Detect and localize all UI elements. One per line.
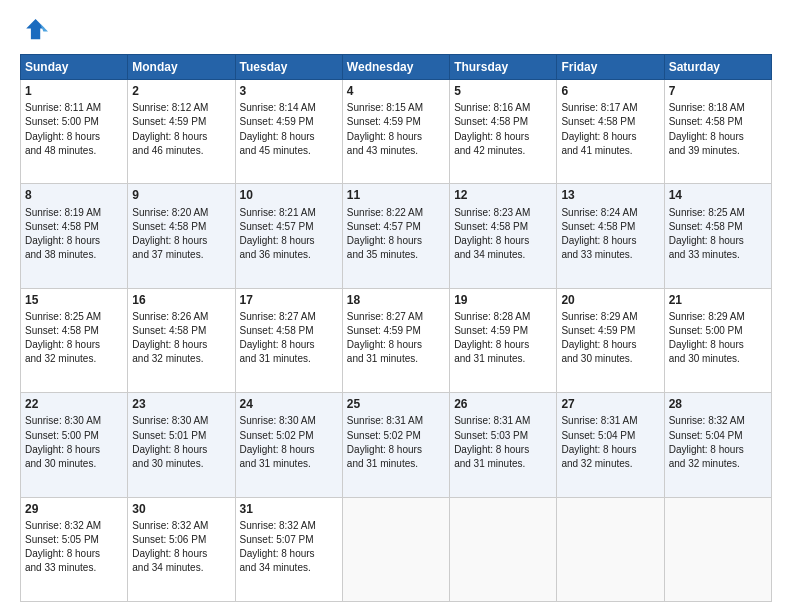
day-number: 20 xyxy=(561,292,659,308)
calendar-cell: 15Sunrise: 8:25 AMSunset: 4:58 PMDayligh… xyxy=(21,288,128,392)
logo xyxy=(20,16,52,44)
cell-info: Sunrise: 8:22 AMSunset: 4:57 PMDaylight:… xyxy=(347,207,423,261)
cell-info: Sunrise: 8:30 AMSunset: 5:01 PMDaylight:… xyxy=(132,415,208,469)
day-number: 5 xyxy=(454,83,552,99)
calendar-cell: 18Sunrise: 8:27 AMSunset: 4:59 PMDayligh… xyxy=(342,288,449,392)
calendar-cell: 31Sunrise: 8:32 AMSunset: 5:07 PMDayligh… xyxy=(235,497,342,601)
calendar-cell: 1Sunrise: 8:11 AMSunset: 5:00 PMDaylight… xyxy=(21,80,128,184)
day-number: 8 xyxy=(25,187,123,203)
day-number: 6 xyxy=(561,83,659,99)
cell-info: Sunrise: 8:32 AMSunset: 5:06 PMDaylight:… xyxy=(132,520,208,574)
cell-info: Sunrise: 8:16 AMSunset: 4:58 PMDaylight:… xyxy=(454,102,530,156)
calendar-header-row: SundayMondayTuesdayWednesdayThursdayFrid… xyxy=(21,55,772,80)
calendar-cell: 8Sunrise: 8:19 AMSunset: 4:58 PMDaylight… xyxy=(21,184,128,288)
calendar-week-row: 1Sunrise: 8:11 AMSunset: 5:00 PMDaylight… xyxy=(21,80,772,184)
cell-info: Sunrise: 8:15 AMSunset: 4:59 PMDaylight:… xyxy=(347,102,423,156)
calendar-cell: 2Sunrise: 8:12 AMSunset: 4:59 PMDaylight… xyxy=(128,80,235,184)
cell-info: Sunrise: 8:32 AMSunset: 5:07 PMDaylight:… xyxy=(240,520,316,574)
calendar-cell xyxy=(557,497,664,601)
day-number: 24 xyxy=(240,396,338,412)
calendar-week-row: 15Sunrise: 8:25 AMSunset: 4:58 PMDayligh… xyxy=(21,288,772,392)
cell-info: Sunrise: 8:25 AMSunset: 4:58 PMDaylight:… xyxy=(25,311,101,365)
day-number: 1 xyxy=(25,83,123,99)
calendar-cell: 30Sunrise: 8:32 AMSunset: 5:06 PMDayligh… xyxy=(128,497,235,601)
cell-info: Sunrise: 8:31 AMSunset: 5:04 PMDaylight:… xyxy=(561,415,637,469)
cell-info: Sunrise: 8:20 AMSunset: 4:58 PMDaylight:… xyxy=(132,207,208,261)
calendar-cell: 25Sunrise: 8:31 AMSunset: 5:02 PMDayligh… xyxy=(342,393,449,497)
calendar-cell: 26Sunrise: 8:31 AMSunset: 5:03 PMDayligh… xyxy=(450,393,557,497)
calendar-week-row: 8Sunrise: 8:19 AMSunset: 4:58 PMDaylight… xyxy=(21,184,772,288)
day-number: 30 xyxy=(132,501,230,517)
calendar-cell: 3Sunrise: 8:14 AMSunset: 4:59 PMDaylight… xyxy=(235,80,342,184)
day-number: 13 xyxy=(561,187,659,203)
cell-info: Sunrise: 8:23 AMSunset: 4:58 PMDaylight:… xyxy=(454,207,530,261)
day-number: 10 xyxy=(240,187,338,203)
day-number: 16 xyxy=(132,292,230,308)
calendar-cell: 23Sunrise: 8:30 AMSunset: 5:01 PMDayligh… xyxy=(128,393,235,497)
cell-info: Sunrise: 8:29 AMSunset: 4:59 PMDaylight:… xyxy=(561,311,637,365)
day-number: 11 xyxy=(347,187,445,203)
calendar-cell: 21Sunrise: 8:29 AMSunset: 5:00 PMDayligh… xyxy=(664,288,771,392)
calendar-table: SundayMondayTuesdayWednesdayThursdayFrid… xyxy=(20,54,772,602)
cell-info: Sunrise: 8:21 AMSunset: 4:57 PMDaylight:… xyxy=(240,207,316,261)
cell-info: Sunrise: 8:19 AMSunset: 4:58 PMDaylight:… xyxy=(25,207,101,261)
day-number: 26 xyxy=(454,396,552,412)
header xyxy=(20,16,772,44)
calendar-cell: 6Sunrise: 8:17 AMSunset: 4:58 PMDaylight… xyxy=(557,80,664,184)
cell-info: Sunrise: 8:29 AMSunset: 5:00 PMDaylight:… xyxy=(669,311,745,365)
calendar-cell xyxy=(342,497,449,601)
day-number: 22 xyxy=(25,396,123,412)
calendar-cell: 19Sunrise: 8:28 AMSunset: 4:59 PMDayligh… xyxy=(450,288,557,392)
calendar-cell: 9Sunrise: 8:20 AMSunset: 4:58 PMDaylight… xyxy=(128,184,235,288)
cell-info: Sunrise: 8:12 AMSunset: 4:59 PMDaylight:… xyxy=(132,102,208,156)
day-number: 29 xyxy=(25,501,123,517)
calendar-day-header: Wednesday xyxy=(342,55,449,80)
calendar-cell: 10Sunrise: 8:21 AMSunset: 4:57 PMDayligh… xyxy=(235,184,342,288)
cell-info: Sunrise: 8:31 AMSunset: 5:02 PMDaylight:… xyxy=(347,415,423,469)
day-number: 19 xyxy=(454,292,552,308)
calendar-day-header: Friday xyxy=(557,55,664,80)
cell-info: Sunrise: 8:11 AMSunset: 5:00 PMDaylight:… xyxy=(25,102,101,156)
cell-info: Sunrise: 8:25 AMSunset: 4:58 PMDaylight:… xyxy=(669,207,745,261)
calendar-cell: 7Sunrise: 8:18 AMSunset: 4:58 PMDaylight… xyxy=(664,80,771,184)
calendar-day-header: Tuesday xyxy=(235,55,342,80)
cell-info: Sunrise: 8:14 AMSunset: 4:59 PMDaylight:… xyxy=(240,102,316,156)
day-number: 23 xyxy=(132,396,230,412)
svg-marker-0 xyxy=(26,19,45,39)
day-number: 3 xyxy=(240,83,338,99)
page: SundayMondayTuesdayWednesdayThursdayFrid… xyxy=(0,0,792,612)
calendar-day-header: Sunday xyxy=(21,55,128,80)
cell-info: Sunrise: 8:32 AMSunset: 5:05 PMDaylight:… xyxy=(25,520,101,574)
calendar-cell: 17Sunrise: 8:27 AMSunset: 4:58 PMDayligh… xyxy=(235,288,342,392)
day-number: 27 xyxy=(561,396,659,412)
day-number: 25 xyxy=(347,396,445,412)
cell-info: Sunrise: 8:30 AMSunset: 5:02 PMDaylight:… xyxy=(240,415,316,469)
day-number: 18 xyxy=(347,292,445,308)
calendar-cell: 22Sunrise: 8:30 AMSunset: 5:00 PMDayligh… xyxy=(21,393,128,497)
logo-icon xyxy=(20,16,48,44)
calendar-cell: 5Sunrise: 8:16 AMSunset: 4:58 PMDaylight… xyxy=(450,80,557,184)
calendar-day-header: Saturday xyxy=(664,55,771,80)
cell-info: Sunrise: 8:30 AMSunset: 5:00 PMDaylight:… xyxy=(25,415,101,469)
day-number: 17 xyxy=(240,292,338,308)
calendar-cell: 24Sunrise: 8:30 AMSunset: 5:02 PMDayligh… xyxy=(235,393,342,497)
cell-info: Sunrise: 8:24 AMSunset: 4:58 PMDaylight:… xyxy=(561,207,637,261)
day-number: 15 xyxy=(25,292,123,308)
day-number: 12 xyxy=(454,187,552,203)
calendar-cell: 14Sunrise: 8:25 AMSunset: 4:58 PMDayligh… xyxy=(664,184,771,288)
day-number: 28 xyxy=(669,396,767,412)
calendar-cell xyxy=(450,497,557,601)
calendar-cell: 28Sunrise: 8:32 AMSunset: 5:04 PMDayligh… xyxy=(664,393,771,497)
calendar-cell: 16Sunrise: 8:26 AMSunset: 4:58 PMDayligh… xyxy=(128,288,235,392)
calendar-cell: 4Sunrise: 8:15 AMSunset: 4:59 PMDaylight… xyxy=(342,80,449,184)
calendar-day-header: Thursday xyxy=(450,55,557,80)
cell-info: Sunrise: 8:27 AMSunset: 4:58 PMDaylight:… xyxy=(240,311,316,365)
calendar-week-row: 29Sunrise: 8:32 AMSunset: 5:05 PMDayligh… xyxy=(21,497,772,601)
day-number: 7 xyxy=(669,83,767,99)
calendar-cell xyxy=(664,497,771,601)
calendar-week-row: 22Sunrise: 8:30 AMSunset: 5:00 PMDayligh… xyxy=(21,393,772,497)
cell-info: Sunrise: 8:28 AMSunset: 4:59 PMDaylight:… xyxy=(454,311,530,365)
day-number: 4 xyxy=(347,83,445,99)
calendar-cell: 13Sunrise: 8:24 AMSunset: 4:58 PMDayligh… xyxy=(557,184,664,288)
cell-info: Sunrise: 8:18 AMSunset: 4:58 PMDaylight:… xyxy=(669,102,745,156)
